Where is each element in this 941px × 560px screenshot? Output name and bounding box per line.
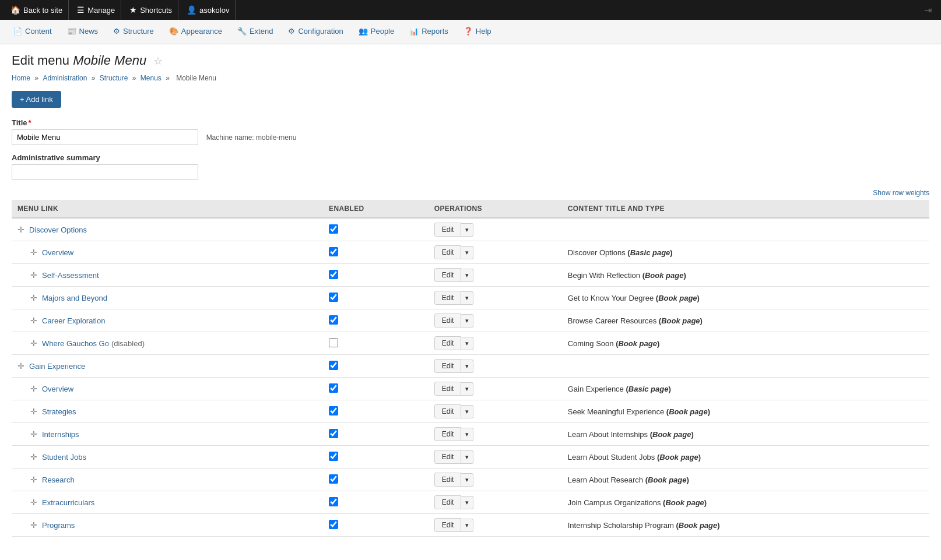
edit-dropdown-button[interactable]: ▾ <box>461 450 473 464</box>
edit-button[interactable]: Edit <box>434 404 462 418</box>
user-link[interactable]: 👤 asokolov <box>181 0 236 20</box>
favorite-star-icon[interactable]: ☆ <box>153 55 163 67</box>
edit-dropdown-button[interactable]: ▾ <box>461 382 473 396</box>
menu-link[interactable]: Programs <box>42 521 75 530</box>
menu-link[interactable]: Overview <box>42 385 73 393</box>
nav-appearance[interactable]: 🎨 Appearance <box>162 22 229 41</box>
breadcrumb: Home » Administration » Structure » Menu… <box>12 74 929 82</box>
drag-handle-icon[interactable]: ✛ <box>17 361 24 371</box>
manage-link[interactable]: ☰ Manage <box>71 0 121 20</box>
drag-handle-icon[interactable]: ✛ <box>30 498 37 507</box>
edit-button[interactable]: Edit <box>434 518 462 532</box>
edit-dropdown-button[interactable]: ▾ <box>461 519 473 532</box>
menu-link[interactable]: Majors and Beyond <box>42 294 107 302</box>
drag-handle-icon[interactable]: ✛ <box>30 475 37 484</box>
nav-structure[interactable]: ⚙ Structure <box>106 22 161 41</box>
drag-handle-icon[interactable]: ✛ <box>30 293 37 302</box>
edit-button[interactable]: Edit <box>434 314 462 327</box>
content-title-text: Coming Soon (Book page) <box>568 339 660 348</box>
nav-news[interactable]: 📰 News <box>60 22 106 41</box>
menu-link[interactable]: Career Exploration <box>42 316 105 325</box>
show-row-weights-link[interactable]: Show row weights <box>873 189 929 197</box>
menu-link[interactable]: Overview <box>42 248 73 257</box>
nav-content[interactable]: 📄 Content <box>6 22 59 41</box>
edit-button[interactable]: Edit <box>434 336 462 350</box>
edit-dropdown-button[interactable]: ▾ <box>461 223 473 237</box>
menu-link[interactable]: Extracurriculars <box>42 498 94 507</box>
edit-dropdown-button[interactable]: ▾ <box>461 428 473 441</box>
edit-dropdown-button[interactable]: ▾ <box>461 291 473 305</box>
edit-dropdown-button[interactable]: ▾ <box>461 246 473 259</box>
edit-button[interactable]: Edit <box>434 450 462 464</box>
edit-button[interactable]: Edit <box>434 245 462 259</box>
menu-link[interactable]: Self-Assessment <box>42 271 99 280</box>
enabled-checkbox[interactable] <box>329 383 338 393</box>
nav-configuration[interactable]: ⚙ Configuration <box>281 22 350 41</box>
enabled-checkbox[interactable] <box>329 315 338 325</box>
enabled-checkbox[interactable] <box>329 361 338 370</box>
enabled-checkbox[interactable] <box>329 497 338 506</box>
drag-handle-icon[interactable]: ✛ <box>30 429 37 439</box>
drag-handle-icon[interactable]: ✛ <box>30 316 37 325</box>
nav-extend[interactable]: 🔧 Extend <box>230 22 280 41</box>
drag-handle-icon[interactable]: ✛ <box>30 452 37 462</box>
drag-handle-icon[interactable]: ✛ <box>30 339 37 348</box>
drag-handle-icon[interactable]: ✛ <box>30 384 37 393</box>
edit-dropdown-button[interactable]: ▾ <box>461 337 473 350</box>
edit-button[interactable]: Edit <box>434 382 462 396</box>
breadcrumb-structure[interactable]: Structure <box>100 74 128 82</box>
menu-link[interactable]: Gain Experience <box>29 362 85 371</box>
drag-handle-icon[interactable]: ✛ <box>30 248 37 257</box>
back-to-site-link[interactable]: 🏠 Back to site <box>5 0 69 20</box>
edit-dropdown-button[interactable]: ▾ <box>461 360 473 373</box>
shortcuts-link[interactable]: ★ Shortcuts <box>124 0 178 20</box>
edit-button[interactable]: Edit <box>434 291 462 305</box>
breadcrumb-menus[interactable]: Menus <box>141 74 161 82</box>
drag-handle-icon[interactable]: ✛ <box>30 520 37 530</box>
drag-handle-icon[interactable]: ✛ <box>30 407 37 416</box>
edit-button[interactable]: Edit <box>434 495 462 509</box>
edit-dropdown-button[interactable]: ▾ <box>461 473 473 487</box>
enabled-checkbox[interactable] <box>329 406 338 415</box>
edit-dropdown-button[interactable]: ▾ <box>461 269 473 282</box>
nav-help[interactable]: ❓ Help <box>457 22 498 41</box>
edit-button[interactable]: Edit <box>434 268 462 282</box>
menu-link[interactable]: Strategies <box>42 407 76 416</box>
enabled-checkbox[interactable] <box>329 293 338 302</box>
menu-link[interactable]: Where Gauchos Go <box>42 339 109 348</box>
enabled-checkbox[interactable] <box>329 338 338 347</box>
menu-link[interactable]: Research <box>42 476 75 484</box>
enabled-checkbox[interactable] <box>329 474 338 484</box>
menu-link[interactable]: Discover Options <box>29 226 87 234</box>
menu-link[interactable]: Internships <box>42 430 79 439</box>
nav-reports[interactable]: 📊 Reports <box>402 22 455 41</box>
edit-button[interactable]: Edit <box>434 359 462 373</box>
edit-button[interactable]: Edit <box>434 473 462 487</box>
drag-handle-icon[interactable]: ✛ <box>30 270 37 280</box>
operations-cell: Edit▾ <box>429 241 562 264</box>
enabled-checkbox[interactable] <box>329 520 338 529</box>
sidebar-toggle[interactable]: ⇥ <box>919 5 936 16</box>
enabled-checkbox[interactable] <box>329 452 338 461</box>
enabled-checkbox[interactable] <box>329 224 338 234</box>
edit-button[interactable]: Edit <box>434 223 462 237</box>
enabled-checkbox[interactable] <box>329 270 338 279</box>
add-link-button[interactable]: + Add link <box>12 91 61 108</box>
enabled-checkbox[interactable] <box>329 429 338 438</box>
title-input[interactable] <box>12 129 198 145</box>
drag-handle-icon[interactable]: ✛ <box>17 225 24 234</box>
menu-link[interactable]: Student Jobs <box>42 453 86 462</box>
nav-people[interactable]: 👥 People <box>352 22 401 41</box>
enabled-cell <box>323 491 429 514</box>
operations-cell: Edit▾ <box>429 355 562 378</box>
edit-button[interactable]: Edit <box>434 427 462 441</box>
breadcrumb-administration[interactable]: Administration <box>43 74 87 82</box>
edit-dropdown-button[interactable]: ▾ <box>461 314 473 327</box>
enabled-checkbox[interactable] <box>329 247 338 256</box>
admin-summary-input[interactable] <box>12 164 198 180</box>
edit-dropdown-button[interactable]: ▾ <box>461 496 473 509</box>
breadcrumb-home[interactable]: Home <box>12 74 30 82</box>
star-icon: ★ <box>129 5 137 15</box>
admin-summary-group: Administrative summary <box>12 153 929 180</box>
edit-dropdown-button[interactable]: ▾ <box>461 405 473 418</box>
